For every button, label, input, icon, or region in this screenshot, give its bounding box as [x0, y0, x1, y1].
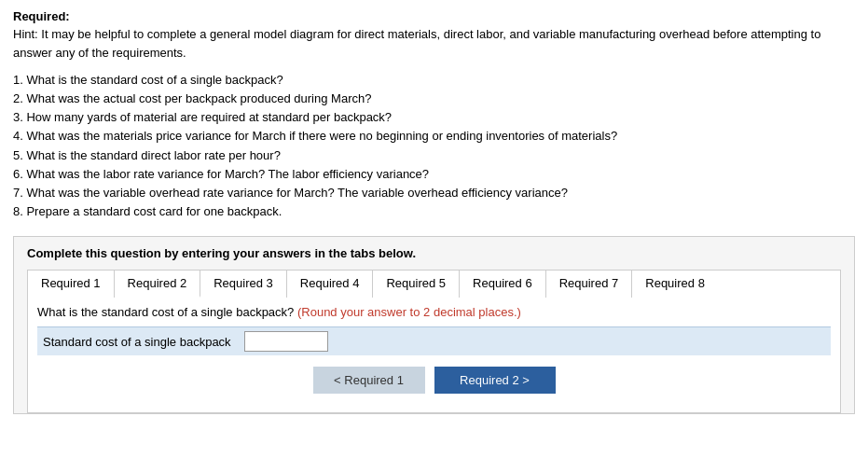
- question-8: 8. Prepare a standard cost card for one …: [13, 202, 855, 221]
- next-button[interactable]: Required 2 >: [434, 367, 556, 394]
- question-7: 7. What was the variable overhead rate v…: [13, 184, 855, 202]
- tab-required-3[interactable]: Required 3: [200, 271, 287, 298]
- tab-required-7[interactable]: Required 7: [546, 271, 633, 298]
- question-3: 3. How many yards of material are requir…: [13, 108, 855, 127]
- required-label: Required:: [13, 9, 855, 23]
- tab-required-6[interactable]: Required 6: [460, 271, 546, 298]
- tab-question-round-note: (Round your answer to 2 decimal places.): [297, 305, 521, 319]
- question-1: 1. What is the standard cost of a single…: [13, 71, 855, 90]
- prev-button[interactable]: < Required 1: [313, 367, 425, 394]
- question-5: 5. What is the standard direct labor rat…: [13, 146, 855, 165]
- input-row: Standard cost of a single backpack: [37, 326, 831, 355]
- questions-list: 1. What is the standard cost of a single…: [13, 71, 855, 221]
- question-6: 6. What was the labor rate variance for …: [13, 165, 855, 184]
- tab-question-main: What is the standard cost of a single ba…: [37, 305, 294, 319]
- nav-buttons: < Required 1 Required 2 >: [37, 367, 831, 403]
- question-container: Complete this question by entering your …: [13, 236, 855, 414]
- tab-required-5[interactable]: Required 5: [373, 271, 460, 298]
- standard-cost-input[interactable]: [244, 331, 328, 352]
- input-label: Standard cost of a single backpack: [43, 335, 239, 349]
- tab-required-1[interactable]: Required 1: [28, 271, 115, 298]
- tab-required-4[interactable]: Required 4: [287, 271, 374, 298]
- tab-content-area: What is the standard cost of a single ba…: [27, 298, 841, 413]
- tabs-row: Required 1 Required 2 Required 3 Require…: [27, 270, 841, 298]
- tab-required-8[interactable]: Required 8: [632, 271, 718, 298]
- tab-question-text: What is the standard cost of a single ba…: [37, 305, 831, 319]
- hint-text: Hint: It may be helpful to complete a ge…: [13, 25, 855, 62]
- question-4: 4. What was the materials price variance…: [13, 127, 855, 146]
- question-2: 2. What was the actual cost per backpack…: [13, 90, 855, 108]
- complete-instruction: Complete this question by entering your …: [27, 246, 841, 260]
- tab-required-2[interactable]: Required 2: [115, 271, 201, 298]
